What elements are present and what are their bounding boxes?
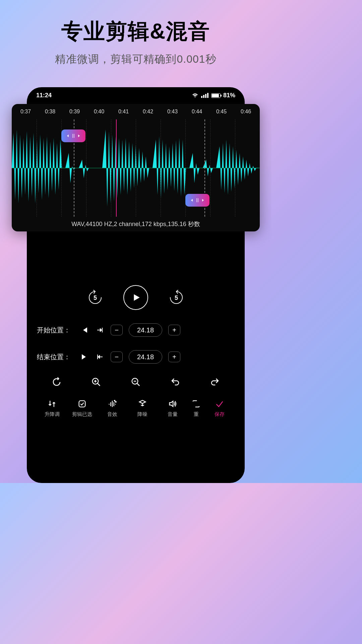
start-trim-handle[interactable] xyxy=(61,129,85,142)
end-label: 结束位置： xyxy=(37,353,74,362)
start-minus-button[interactable]: − xyxy=(111,325,123,335)
redo-icon[interactable] xyxy=(210,377,220,387)
hero-title: 专业剪辑&混音 xyxy=(0,17,272,46)
zoom-out-icon[interactable] xyxy=(131,377,141,387)
timeline-ruler: 0:370:380:390:400:410:420:430:440:450:46 xyxy=(12,104,260,119)
view-tools xyxy=(34,377,238,387)
rewind-5-button[interactable]: 5 xyxy=(87,289,103,306)
forward-5-button[interactable]: 5 xyxy=(168,289,184,306)
play-button[interactable] xyxy=(123,285,148,310)
audio-info-text: WAV,44100 HZ,2 channel,172 kbps,135.16 秒… xyxy=(12,217,260,231)
jump-end-icon[interactable] xyxy=(95,326,105,334)
time-tick: 0:40 xyxy=(87,109,111,115)
rotate-icon[interactable] xyxy=(52,377,62,387)
start-plus-button[interactable]: + xyxy=(168,325,180,335)
time-tick: 0:42 xyxy=(136,109,160,115)
jump-start-icon[interactable] xyxy=(95,353,105,361)
status-bar: 11:24 81% xyxy=(27,87,245,102)
bottom-toolbar: 升降调 剪辑已选 音效 降噪 音量 重 xyxy=(34,399,238,418)
end-plus-button[interactable]: + xyxy=(168,352,180,362)
zoom-in-icon[interactable] xyxy=(91,377,101,387)
hero-subtitle: 精准微调，剪辑可精确到0.001秒 xyxy=(0,52,272,67)
skip-to-end-icon[interactable] xyxy=(80,353,89,361)
transport-controls: 5 5 xyxy=(34,285,238,310)
status-right: 81% xyxy=(192,92,235,99)
trim-tool[interactable]: 剪辑已选 xyxy=(67,399,97,418)
undo-icon[interactable] xyxy=(170,377,180,387)
start-value[interactable]: 24.18 xyxy=(129,323,162,337)
start-label: 开始位置： xyxy=(37,326,74,335)
effects-tool[interactable]: 音效 xyxy=(97,399,127,418)
time-tick: 0:37 xyxy=(13,109,38,115)
battery-icon xyxy=(211,93,221,98)
waveform-area[interactable] xyxy=(12,119,260,217)
waveform-card: 0:370:380:390:400:410:420:430:440:450:46… xyxy=(12,104,260,231)
time-tick: 0:41 xyxy=(111,109,136,115)
svg-rect-2 xyxy=(79,401,85,407)
time-tick: 0:39 xyxy=(62,109,87,115)
save-tool[interactable]: 保存 xyxy=(204,399,235,418)
svg-point-4 xyxy=(115,401,116,402)
svg-point-3 xyxy=(114,400,115,401)
end-trim-handle[interactable] xyxy=(185,194,209,207)
pitch-tool[interactable]: 升降调 xyxy=(37,399,67,418)
signal-icon xyxy=(201,93,208,98)
start-position-row: 开始位置： − 24.18 + xyxy=(34,323,238,337)
reset-tool[interactable]: 重 xyxy=(188,399,204,418)
hero: 专业剪辑&混音 精准微调，剪辑可精确到0.001秒 xyxy=(0,0,272,67)
end-value[interactable]: 24.18 xyxy=(129,350,162,364)
time-tick: 0:44 xyxy=(185,109,209,115)
time-tick: 0:43 xyxy=(160,109,185,115)
skip-to-start-icon[interactable] xyxy=(80,326,89,334)
battery-percent: 81% xyxy=(223,92,235,99)
denoise-tool[interactable]: 降噪 xyxy=(127,399,158,418)
end-position-row: 结束位置： − 24.18 + xyxy=(34,350,238,364)
end-minus-button[interactable]: − xyxy=(111,352,123,362)
playhead[interactable] xyxy=(116,119,117,217)
wifi-icon xyxy=(192,93,198,98)
time-tick: 0:38 xyxy=(38,109,62,115)
status-time: 11:24 xyxy=(36,92,52,99)
time-tick: 0:45 xyxy=(209,109,234,115)
controls-panel: 5 5 开始位置： − 24.18 + 结束位置： − 24.18 + xyxy=(27,275,245,483)
time-tick: 0:46 xyxy=(234,109,258,115)
volume-tool[interactable]: 音量 xyxy=(158,399,188,418)
